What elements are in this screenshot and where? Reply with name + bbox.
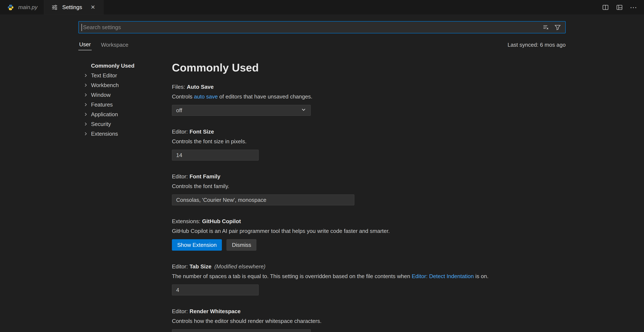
setting-row-files-auto-save: Files:Auto Save Controls auto save of ed… [172, 83, 566, 116]
toc-item-extensions[interactable]: Extensions [83, 129, 172, 139]
auto-save-select[interactable]: off [172, 105, 311, 116]
setting-title: Editor:Font Family [172, 173, 566, 180]
python-icon [6, 3, 15, 12]
split-editor-icon[interactable] [601, 3, 610, 12]
scope-tab-user[interactable]: User [78, 41, 92, 50]
toc-item-workbench[interactable]: Workbench [83, 80, 172, 90]
setting-description: Controls auto save of editors that have … [172, 93, 566, 100]
toc-item-features[interactable]: Features [83, 100, 172, 110]
settings-search-row [78, 21, 566, 33]
setting-row-editor-font-size: Editor:Font Size Controls the font size … [172, 128, 566, 161]
settings-search-box[interactable] [78, 21, 566, 33]
search-box-actions [542, 23, 565, 31]
settings-search-input[interactable] [79, 21, 542, 33]
show-extension-button[interactable]: Show Extension [172, 239, 222, 251]
settings-body: Commonly Used Text Editor Workbench Wind… [78, 58, 566, 332]
more-actions-icon[interactable]: ⋯ [629, 3, 638, 12]
toc-item-window[interactable]: Window [83, 90, 172, 100]
setting-description: GitHub Copilot is an AI pair programmer … [172, 227, 566, 235]
setting-title: Editor:Tab Size(Modified elsewhere) [172, 263, 566, 270]
text-caret [82, 24, 82, 31]
editor-actions: ⋯ [601, 0, 644, 14]
setting-title: Files:Auto Save [172, 83, 566, 90]
toc-item-text-editor[interactable]: Text Editor [83, 71, 172, 80]
chevron-down-icon [300, 107, 306, 114]
chevron-right-icon [83, 112, 91, 117]
scope-tab-workspace[interactable]: Workspace [100, 42, 129, 50]
dismiss-button[interactable]: Dismiss [226, 239, 256, 251]
toc-item-application[interactable]: Application [83, 110, 172, 119]
filter-icon[interactable] [554, 23, 562, 31]
setting-title: Editor:Render Whitespace [172, 308, 566, 315]
tab-settings[interactable]: Settings ✕ [44, 0, 104, 14]
settings-scope-bar: User Workspace Last synced: 6 mos ago [78, 39, 566, 50]
modified-elsewhere-badge: (Modified elsewhere) [214, 263, 266, 270]
toc-item-security[interactable]: Security [83, 119, 172, 129]
font-family-input[interactable] [172, 194, 354, 205]
setting-description: The number of spaces a tab is equal to. … [172, 273, 566, 280]
close-icon[interactable]: ✕ [89, 3, 97, 11]
chevron-right-icon [83, 121, 91, 127]
customize-layout-icon[interactable] [615, 3, 624, 12]
toc-item-commonly-used[interactable]: Commonly Used [83, 61, 172, 71]
settings-toc: Commonly Used Text Editor Workbench Wind… [78, 58, 172, 139]
tab-label: main.py [18, 4, 38, 10]
settings-list: Commonly Used Files:Auto Save Controls a… [172, 58, 566, 332]
chevron-right-icon [83, 92, 91, 98]
chevron-right-icon [83, 82, 91, 88]
tab-main-py[interactable]: main.py [0, 0, 44, 14]
editor-tab-bar: main.py Settings ✕ [0, 0, 644, 15]
settings-sliders-icon [50, 3, 59, 12]
setting-description: Controls the font size in pixels. [172, 138, 566, 145]
setting-row-editor-tab-size: Editor:Tab Size(Modified elsewhere) The … [172, 263, 566, 296]
tab-label: Settings [62, 4, 82, 10]
chevron-right-icon [83, 73, 91, 78]
page-title: Commonly Used [172, 61, 566, 74]
clear-search-results-icon[interactable] [542, 23, 550, 31]
setting-row-github-copilot: Extensions:GitHub Copilot GitHub Copilot… [172, 218, 566, 251]
chevron-right-icon [83, 131, 91, 137]
setting-row-editor-font-family: Editor:Font Family Controls the font fam… [172, 173, 566, 205]
setting-description: Controls the font family. [172, 182, 566, 190]
chevron-down-icon [300, 331, 306, 332]
render-whitespace-select[interactable] [172, 329, 311, 332]
setting-description: Controls how the editor should render wh… [172, 318, 566, 325]
auto-save-link[interactable]: auto save [194, 93, 218, 100]
detect-indentation-link[interactable]: Editor: Detect Indentation [412, 273, 474, 279]
chevron-right-icon [83, 102, 91, 107]
setting-title: Editor:Font Size [172, 128, 566, 135]
setting-row-render-whitespace: Editor:Render Whitespace Controls how th… [172, 308, 566, 332]
tab-size-input[interactable] [172, 285, 259, 296]
last-synced-label: Last synced: 6 mos ago [508, 42, 566, 50]
setting-title: Extensions:GitHub Copilot [172, 218, 566, 225]
font-size-input[interactable] [172, 150, 259, 161]
